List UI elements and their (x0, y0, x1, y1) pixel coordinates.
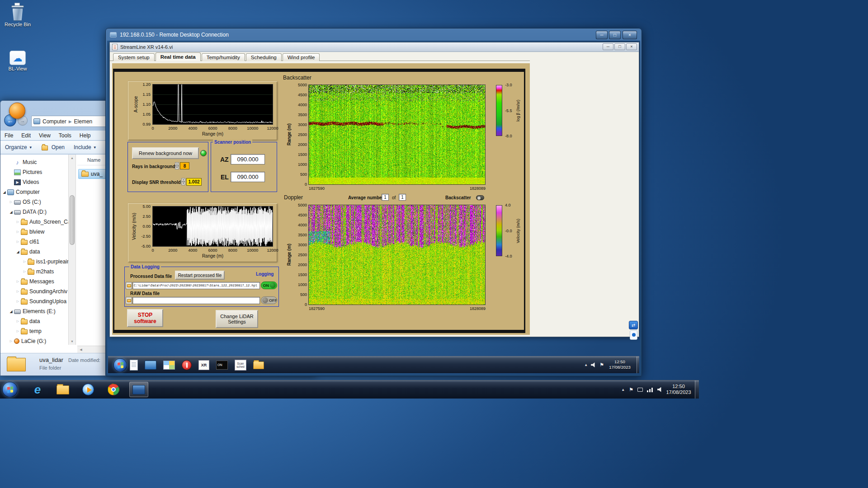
desktop-icon-recycle-bin[interactable]: Recycle Bin (1, 3, 34, 27)
tree-collapsed-arrow-icon[interactable]: ▷ (15, 280, 21, 283)
scroll-left-icon[interactable]: ◀ (77, 346, 85, 353)
show-desktop-button[interactable] (695, 380, 699, 399)
snr-spinner[interactable]: ▲▼ (181, 178, 185, 185)
tree-collapsed-arrow-icon[interactable]: ▷ (8, 200, 14, 204)
tree-item-blview[interactable]: ▷blview (0, 227, 68, 237)
tree-item-music[interactable]: ♪Music (0, 157, 68, 167)
clock[interactable]: 12:50 17/08/2023 (665, 384, 693, 395)
tree-expanded-arrow-icon[interactable]: ◢ (8, 210, 14, 214)
minimize-button[interactable]: ─ (596, 31, 608, 39)
tree-item-iss1-purpleair[interactable]: ▷iss1-purpleair- (0, 257, 68, 267)
stop-software-button[interactable]: STOPsoftware (127, 309, 163, 327)
tab-real-time-data[interactable]: Real time data (156, 52, 201, 61)
raw-path-browse-icon[interactable] (126, 297, 132, 304)
tree-item-computer[interactable]: ◢Computer (0, 187, 68, 197)
tree-collapsed-arrow-icon[interactable]: ▷ (15, 300, 21, 303)
raw-logging-toggle[interactable]: OFF (261, 296, 277, 304)
tree-item-auto-screen-ca[interactable]: ▷Auto_Screen_Ca (0, 217, 68, 227)
rdp-titlebar[interactable]: 192.168.0.150 - Remote Desktop Connectio… (106, 28, 642, 41)
breadcrumb-computer[interactable]: Computer (42, 118, 66, 125)
name-column-header[interactable]: Name (77, 157, 100, 163)
average-number-value[interactable]: 1 (382, 194, 389, 201)
tree-collapsed-arrow-icon[interactable]: ▷ (15, 240, 21, 244)
teamviewer-icon[interactable] (630, 330, 637, 340)
tab-scheduling[interactable]: Scheduling (246, 53, 282, 61)
average-of-value[interactable]: 1 (399, 194, 406, 201)
remote-taskbar-button-folder-s[interactable] (253, 361, 264, 369)
close-button[interactable]: × (623, 31, 637, 39)
scrollbar-thumb[interactable] (70, 195, 75, 245)
remote-clock[interactable]: 12:50 17/08/2023 (606, 359, 634, 370)
firefox-icon[interactable] (9, 103, 25, 119)
display-icon[interactable] (637, 388, 643, 392)
scroll-up-icon[interactable]: ▲ (69, 155, 75, 161)
action-center-flag-icon[interactable]: ⚑ (629, 387, 633, 393)
tree-collapsed-arrow-icon[interactable]: ▷ (15, 329, 21, 333)
action-center-flag-icon[interactable]: ⚑ (599, 362, 604, 368)
tree-collapsed-arrow-icon[interactable]: ▷ (15, 319, 21, 323)
remote-start-button[interactable] (113, 358, 127, 372)
remote-show-desktop-button[interactable] (637, 357, 639, 373)
tree-item-messages[interactable]: ▷Messages (0, 277, 68, 286)
remote-taskbar-button-document[interactable] (130, 360, 138, 371)
organize-button[interactable]: Organize▼ (0, 144, 37, 150)
hidden-icons-arrow[interactable]: ▲ (621, 388, 625, 392)
tree-expanded-arrow-icon[interactable]: ◢ (1, 190, 7, 194)
tree-item-data[interactable]: ▷data (0, 316, 68, 326)
labview-titlebar[interactable]: StreamLine XR v14-6.vi ─ □ × (110, 42, 639, 52)
tree-collapsed-arrow-icon[interactable]: ▷ (22, 270, 28, 273)
renew-background-button[interactable]: Renew background now (132, 147, 199, 159)
taskbar-button-chrome[interactable] (104, 382, 123, 397)
close-button[interactable]: × (626, 43, 637, 50)
az-value[interactable]: 090.000 (231, 154, 265, 164)
desktop-icon-bl-view[interactable]: ☁ BL-View (1, 51, 34, 71)
restore-button[interactable]: □ (614, 43, 625, 50)
remote-taskbar-button-xr[interactable]: XR (198, 360, 209, 370)
menu-tools[interactable]: Tools (55, 132, 75, 139)
menu-view[interactable]: View (35, 132, 55, 139)
teamviewer-arrows-icon[interactable]: ⇄ (629, 321, 638, 329)
tree-item-pictures[interactable]: Pictures (0, 167, 68, 177)
tree-item-data-d[interactable]: ◢DATA (D:) (0, 207, 68, 217)
rays-value[interactable]: 8 (180, 162, 189, 169)
snr-value[interactable]: 1.002 (186, 178, 202, 186)
network-icon[interactable] (647, 387, 653, 392)
tree-item-cl61[interactable]: ▷cl61 (0, 237, 68, 247)
tree-item-lacie-g[interactable]: ▷LaCie (G:) (0, 336, 68, 345)
hidden-icons-arrow[interactable]: ▲ (584, 363, 588, 367)
processed-path-browse-icon[interactable] (126, 282, 132, 289)
start-button[interactable] (2, 382, 18, 397)
restart-processed-file-button[interactable]: Restart processed file (175, 271, 225, 280)
taskbar-button-folder-big[interactable] (53, 382, 72, 397)
minimize-button[interactable]: ─ (603, 43, 613, 50)
maximize-button[interactable]: □ (609, 31, 621, 39)
tree-expanded-arrow-icon[interactable]: ◢ (8, 310, 14, 314)
remote-taskbar-button-app-tiles[interactable] (163, 361, 175, 370)
tree-item-temp[interactable]: ▷temp (0, 326, 68, 336)
taskbar-button-wmp[interactable] (79, 382, 98, 397)
tree-item-soundingarchiv[interactable]: ▷SoundingArchiv (0, 286, 68, 296)
menu-file[interactable]: File (0, 132, 17, 139)
open-button[interactable]: Open (37, 144, 69, 150)
volume-icon[interactable] (657, 387, 663, 392)
change-lidar-settings-button[interactable]: Change LiDARSettings (216, 310, 258, 328)
el-value[interactable]: 090.000 (231, 172, 265, 182)
taskbar-button-rdp[interactable] (129, 382, 148, 397)
processed-logging-toggle[interactable]: ON (261, 282, 277, 289)
tab-wind-profile[interactable]: Wind profile (283, 53, 320, 61)
remote-taskbar-button-app-blue[interactable] (145, 361, 156, 370)
tree-expanded-arrow-icon[interactable]: ◢ (15, 250, 21, 254)
processed-path-field[interactable]: C:\Lidar\Data\Proc\2023\202308\20230817\… (132, 282, 260, 289)
tree-collapsed-arrow-icon[interactable]: ▷ (22, 260, 28, 263)
scroll-down-icon[interactable]: ▼ (69, 338, 75, 345)
tree-collapsed-arrow-icon[interactable]: ▷ (15, 230, 21, 234)
tab-temp-humidity[interactable]: Temp/humidity (202, 53, 245, 61)
tree-item-m2hats[interactable]: ▷m2hats (0, 267, 68, 277)
tree-item-os-c[interactable]: ▷OS (C:) (0, 197, 68, 207)
tree-collapsed-arrow-icon[interactable]: ▷ (15, 290, 21, 293)
tree-item-data[interactable]: ◢data (0, 247, 68, 257)
include-in-library-button[interactable]: Include▼ (69, 144, 101, 150)
breadcrumb-folder[interactable]: Elemen (74, 118, 93, 125)
backscatter-display-toggle[interactable] (476, 195, 484, 200)
rays-spinner[interactable]: ▲▼ (175, 162, 179, 169)
